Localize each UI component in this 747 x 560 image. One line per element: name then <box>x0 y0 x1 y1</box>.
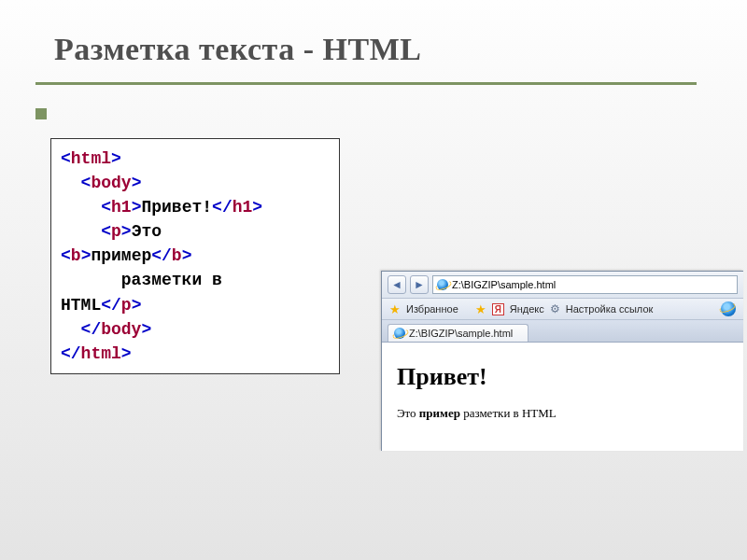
tab-title: Z:\BIGZIP\sample.html <box>409 328 513 339</box>
nav-forward-button[interactable]: ► <box>410 275 429 294</box>
rendered-p-before: Это <box>397 406 419 420</box>
address-text: Z:\BIGZIP\sample.html <box>452 279 556 290</box>
star-icon[interactable]: ★ <box>475 302 486 316</box>
b-text: пример <box>91 246 151 265</box>
rendered-p-after: разметки в HTML <box>460 406 557 420</box>
nav-back-button[interactable]: ◄ <box>388 275 406 294</box>
p-text-1: Это <box>132 222 162 241</box>
tag-p-close: p <box>121 296 132 315</box>
title-accent-square <box>35 108 47 119</box>
browser-tabstrip: Z:\BIGZIP\sample.html <box>382 320 743 343</box>
settings-label[interactable]: Настройка ссылок <box>566 303 654 315</box>
ie-icon <box>437 279 448 290</box>
tag-body-open: body <box>91 174 131 192</box>
p-text-3: HTML <box>61 296 101 315</box>
slide: Разметка текста - HTML <html> <body> <h1… <box>0 0 747 560</box>
gear-icon[interactable]: ⚙ <box>550 302 560 315</box>
browser-window: ◄ ► Z:\BIGZIP\sample.html ★ Избранное ★ … <box>381 271 743 451</box>
tag-body-close: body <box>101 320 141 339</box>
slide-title: Разметка текста - HTML <box>54 32 747 67</box>
browser-tab[interactable]: Z:\BIGZIP\sample.html <box>388 324 529 342</box>
yandex-label[interactable]: Яндекс <box>510 303 544 315</box>
title-underline <box>35 82 697 85</box>
tag-p-open: p <box>111 222 121 241</box>
title-area: Разметка текста - HTML <box>0 0 747 73</box>
browser-viewport: Привет! Это пример разметки в HTML <box>382 343 743 451</box>
browser-toolbar: ★ Избранное ★ Я Яндекс ⚙ Настройка ссыло… <box>382 299 743 320</box>
yandex-icon[interactable]: Я <box>492 303 504 315</box>
tag-html-close: html <box>81 344 121 363</box>
tag-h1-close: h1 <box>233 198 253 217</box>
tab-ie-icon <box>394 328 405 339</box>
rendered-p-bold: пример <box>419 406 460 420</box>
favorites-star-icon[interactable]: ★ <box>389 302 401 316</box>
tag-b-close: b <box>172 246 182 265</box>
h1-text: Привет! <box>141 198 212 217</box>
tag-b-open: b <box>71 246 81 265</box>
tag-html-open: html <box>71 149 111 168</box>
code-example-box: <html> <body> <h1>Привет!</h1> <p>Это <b… <box>50 138 340 374</box>
tag-h1-open: h1 <box>111 198 132 217</box>
ie-logo-icon <box>721 301 736 316</box>
p-text-2: разметки в <box>121 271 222 289</box>
rendered-heading: Привет! <box>397 363 728 391</box>
browser-address-bar: ◄ ► Z:\BIGZIP\sample.html <box>382 272 743 299</box>
favorites-label[interactable]: Избранное <box>406 303 458 315</box>
address-field[interactable]: Z:\BIGZIP\sample.html <box>432 275 738 294</box>
rendered-paragraph: Это пример разметки в HTML <box>397 406 728 421</box>
